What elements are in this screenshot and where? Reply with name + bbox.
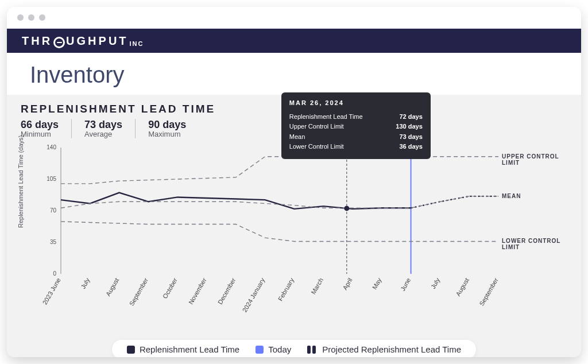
svg-text:August: August [105,277,121,297]
tooltip-label: Lower Control Limit [289,142,344,152]
traffic-light-dot [28,14,34,21]
svg-text:May: May [371,277,383,291]
legend-label: Projected Replenishment Lead Time [322,344,461,354]
series-label-mean: MEAN [502,193,521,199]
svg-text:35: 35 [50,239,57,245]
svg-text:November: November [187,277,208,305]
tooltip-value: 72 days [399,112,422,122]
stat-label: Average [84,130,122,138]
svg-text:February: February [277,277,296,303]
svg-text:September: September [128,277,149,307]
tooltip-label: Mean [289,132,305,142]
svg-point-24 [344,206,349,211]
traffic-light-dot [39,14,45,21]
legend-label: Replenishment Lead Time [140,344,239,354]
tooltip-value: 73 days [399,132,422,142]
chart-area[interactable]: Replenishment Lead Time (days) 035701051… [21,142,567,314]
legend-label: Today [268,344,291,354]
svg-text:140: 140 [47,144,56,150]
svg-text:June: June [399,277,412,292]
legend-item-today[interactable]: Today [256,344,291,354]
legend-swatch-icon [307,346,318,354]
brand-logo-icon [53,37,65,48]
stat-value: 73 days [84,119,122,131]
brand-text-pre: THR [22,34,52,48]
app-window: THR UGHPUT INC Inventory REPLENISHMENT L… [7,7,581,357]
svg-text:July: July [430,277,441,290]
chart-legend: Replenishment Lead Time Today Projected … [112,340,476,357]
svg-text:October: October [161,277,179,300]
tooltip-label: Upper Control Limit [289,122,344,132]
stat-label: Maximum [148,130,186,138]
stat-label: Minimum [21,130,59,138]
brand-suffix: INC [130,40,144,47]
stat-average: 73 days Average [84,119,136,138]
stat-value: 90 days [148,119,186,131]
svg-text:September: September [478,277,499,307]
page-title: Inventory [7,53,581,95]
stat-maximum: 90 days Maximum [148,119,199,138]
svg-text:August: August [454,277,470,297]
svg-text:December: December [216,277,237,305]
legend-swatch-icon [256,346,264,354]
tooltip-label: Replenishment Lead Time [289,112,363,122]
tooltip-row: Mean 73 days [289,132,423,142]
series-label-lower: LOWER CONTROL LIMIT [502,238,567,250]
chart-panel: REPLENISHMENT LEAD TIME 66 days Minimum … [7,95,581,357]
y-axis-title: Replenishment Lead Time (days) [17,135,24,228]
stat-value: 66 days [21,119,59,131]
svg-text:2024 January: 2024 January [241,277,266,313]
tooltip-value: 130 days [396,122,422,132]
svg-text:70: 70 [50,207,57,214]
svg-text:July: July [79,277,91,290]
svg-text:April: April [341,277,353,291]
chart-tooltip: MAR 26, 2024 Replenishment Lead Time 72 … [281,92,431,159]
tooltip-row: Replenishment Lead Time 72 days [289,112,423,122]
chart-svg: 035701051402023 JuneJulyAugustSeptemberO… [38,142,567,314]
legend-item-replenishment[interactable]: Replenishment Lead Time [127,344,239,354]
stat-minimum: 66 days Minimum [21,119,72,138]
svg-text:2023 June: 2023 June [41,277,62,306]
legend-item-projected[interactable]: Projected Replenishment Lead Time [307,344,461,354]
tooltip-row: Lower Control Limit 36 days [289,142,423,152]
tooltip-date: MAR 26, 2024 [289,98,423,109]
brand-text-post: UGHPUT [66,34,128,48]
svg-text:March: March [310,277,324,295]
svg-text:0: 0 [53,270,56,277]
tooltip-row: Upper Control Limit 130 days [289,122,423,132]
series-label-upper: UPPER CONTROL LIMIT [502,153,567,166]
titlebar [7,7,581,29]
legend-swatch-icon [127,346,135,354]
tooltip-value: 36 days [399,142,422,152]
brand-bar: THR UGHPUT INC [7,29,581,53]
traffic-light-dot [17,14,24,21]
svg-text:105: 105 [47,176,56,182]
